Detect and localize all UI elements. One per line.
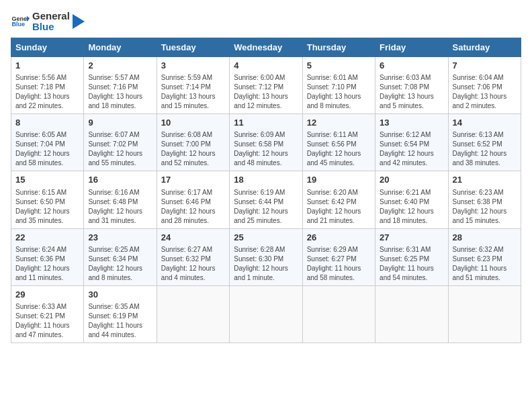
sunrise-text: Sunrise: 5:57 AM (88, 73, 152, 83)
header: General Blue General Blue (11, 11, 521, 32)
sunrise-text: Sunrise: 6:28 AM (234, 245, 298, 255)
sunset-text: Sunset: 7:16 PM (88, 83, 152, 92)
day-number: 22 (15, 232, 79, 244)
day-number: 14 (453, 117, 517, 129)
sunrise-text: Sunrise: 6:35 AM (88, 302, 152, 312)
day-details: Sunrise: 6:20 AM Sunset: 6:42 PM Dayligh… (307, 188, 371, 226)
logo-general: General (32, 10, 70, 21)
day-details: Sunrise: 6:28 AM Sunset: 6:30 PM Dayligh… (234, 245, 298, 283)
calendar-cell: 5 Sunrise: 6:01 AM Sunset: 7:10 PM Dayli… (302, 57, 375, 114)
sunrise-text: Sunrise: 6:09 AM (234, 130, 298, 140)
sunrise-text: Sunrise: 6:21 AM (380, 188, 443, 197)
daylight-text: Daylight: 12 hours and 38 minutes. (453, 149, 517, 168)
sunrise-text: Sunrise: 6:03 AM (380, 73, 443, 83)
sunset-text: Sunset: 7:18 PM (15, 83, 79, 92)
day-number: 18 (234, 174, 298, 186)
calendar-cell: 20 Sunrise: 6:21 AM Sunset: 6:40 PM Dayl… (375, 171, 448, 228)
daylight-text: Daylight: 13 hours and 22 minutes. (15, 92, 79, 111)
daylight-text: Daylight: 12 hours and 28 minutes. (161, 207, 225, 226)
day-number: 10 (161, 117, 225, 129)
day-number: 6 (380, 60, 443, 72)
day-details: Sunrise: 6:35 AM Sunset: 6:19 PM Dayligh… (88, 302, 152, 340)
sunset-text: Sunset: 6:36 PM (15, 255, 79, 264)
daylight-text: Daylight: 12 hours and 18 minutes. (380, 207, 443, 226)
calendar-cell: 4 Sunrise: 6:00 AM Sunset: 7:12 PM Dayli… (230, 57, 302, 114)
header-cell-sunday: Sunday (11, 38, 84, 57)
day-number: 5 (307, 60, 371, 72)
calendar-week-4: 22 Sunrise: 6:24 AM Sunset: 6:36 PM Dayl… (11, 228, 521, 285)
daylight-text: Daylight: 12 hours and 52 minutes. (161, 149, 225, 168)
day-number: 4 (234, 60, 298, 72)
calendar-week-5: 29 Sunrise: 6:33 AM Sunset: 6:21 PM Dayl… (11, 285, 521, 342)
daylight-text: Daylight: 12 hours and 45 minutes. (307, 149, 371, 168)
calendar-cell: 13 Sunrise: 6:12 AM Sunset: 6:54 PM Dayl… (375, 114, 448, 171)
day-number: 9 (88, 117, 152, 129)
svg-text:Blue: Blue (11, 21, 25, 28)
calendar-cell: 1 Sunrise: 5:56 AM Sunset: 7:18 PM Dayli… (11, 57, 84, 114)
calendar-cell: 18 Sunrise: 6:19 AM Sunset: 6:44 PM Dayl… (230, 171, 302, 228)
daylight-text: Daylight: 12 hours and 35 minutes. (15, 207, 79, 226)
logo: General Blue General Blue (11, 11, 85, 32)
calendar-week-2: 8 Sunrise: 6:05 AM Sunset: 7:04 PM Dayli… (11, 114, 521, 171)
day-details: Sunrise: 6:31 AM Sunset: 6:25 PM Dayligh… (380, 245, 443, 283)
sunset-text: Sunset: 6:40 PM (380, 197, 443, 207)
svg-marker-3 (73, 14, 85, 29)
day-number: 13 (380, 117, 443, 129)
header-cell-tuesday: Tuesday (157, 38, 229, 57)
day-number: 27 (380, 232, 443, 244)
day-number: 8 (15, 117, 79, 129)
calendar-cell (230, 285, 302, 342)
day-number: 23 (88, 232, 152, 244)
daylight-text: Daylight: 12 hours and 42 minutes. (380, 149, 443, 168)
header-row: SundayMondayTuesdayWednesdayThursdayFrid… (11, 38, 521, 57)
day-details: Sunrise: 6:08 AM Sunset: 7:00 PM Dayligh… (161, 130, 225, 168)
sunset-text: Sunset: 6:25 PM (380, 255, 443, 264)
sunset-text: Sunset: 6:42 PM (307, 197, 371, 207)
sunrise-text: Sunrise: 6:27 AM (161, 245, 225, 255)
daylight-text: Daylight: 12 hours and 55 minutes. (88, 149, 152, 168)
day-number: 24 (161, 232, 225, 244)
calendar-cell: 8 Sunrise: 6:05 AM Sunset: 7:04 PM Dayli… (11, 114, 84, 171)
calendar-cell (375, 285, 448, 342)
sunrise-text: Sunrise: 6:05 AM (15, 130, 79, 140)
calendar-cell: 12 Sunrise: 6:11 AM Sunset: 6:56 PM Dayl… (302, 114, 375, 171)
day-details: Sunrise: 6:24 AM Sunset: 6:36 PM Dayligh… (15, 245, 79, 283)
day-details: Sunrise: 6:12 AM Sunset: 6:54 PM Dayligh… (380, 130, 443, 168)
daylight-text: Daylight: 13 hours and 2 minutes. (453, 92, 517, 111)
daylight-text: Daylight: 11 hours and 58 minutes. (307, 264, 371, 283)
sunset-text: Sunset: 6:50 PM (15, 197, 79, 207)
sunrise-text: Sunrise: 6:19 AM (234, 188, 298, 197)
day-details: Sunrise: 6:11 AM Sunset: 6:56 PM Dayligh… (307, 130, 371, 168)
sunset-text: Sunset: 7:10 PM (307, 83, 371, 92)
sunset-text: Sunset: 6:48 PM (88, 197, 152, 207)
sunrise-text: Sunrise: 6:32 AM (453, 245, 517, 255)
day-number: 29 (15, 289, 79, 301)
day-details: Sunrise: 6:03 AM Sunset: 7:08 PM Dayligh… (380, 73, 443, 111)
day-details: Sunrise: 6:27 AM Sunset: 6:32 PM Dayligh… (161, 245, 225, 283)
day-number: 1 (15, 60, 79, 72)
sunset-text: Sunset: 6:46 PM (161, 197, 225, 207)
sunset-text: Sunset: 7:00 PM (161, 140, 225, 149)
day-details: Sunrise: 6:13 AM Sunset: 6:52 PM Dayligh… (453, 130, 517, 168)
calendar-cell: 28 Sunrise: 6:32 AM Sunset: 6:23 PM Dayl… (448, 228, 521, 285)
daylight-text: Daylight: 13 hours and 18 minutes. (88, 92, 152, 111)
logo-icon: General Blue (11, 12, 30, 31)
sunset-text: Sunset: 6:19 PM (88, 312, 152, 321)
sunrise-text: Sunrise: 6:20 AM (307, 188, 371, 197)
calendar-cell: 9 Sunrise: 6:07 AM Sunset: 7:02 PM Dayli… (84, 114, 157, 171)
sunrise-text: Sunrise: 6:29 AM (307, 245, 371, 255)
daylight-text: Daylight: 13 hours and 15 minutes. (161, 92, 225, 111)
sunrise-text: Sunrise: 6:24 AM (15, 245, 79, 255)
day-number: 11 (234, 117, 298, 129)
sunset-text: Sunset: 6:54 PM (380, 140, 443, 149)
day-details: Sunrise: 6:19 AM Sunset: 6:44 PM Dayligh… (234, 188, 298, 226)
sunrise-text: Sunrise: 5:56 AM (15, 73, 79, 83)
calendar-cell: 2 Sunrise: 5:57 AM Sunset: 7:16 PM Dayli… (84, 57, 157, 114)
day-number: 26 (307, 232, 371, 244)
sunset-text: Sunset: 6:44 PM (234, 197, 298, 207)
sunrise-text: Sunrise: 6:31 AM (380, 245, 443, 255)
daylight-text: Daylight: 12 hours and 48 minutes. (234, 149, 298, 168)
day-number: 21 (453, 174, 517, 186)
daylight-text: Daylight: 12 hours and 31 minutes. (88, 207, 152, 226)
day-number: 3 (161, 60, 225, 72)
